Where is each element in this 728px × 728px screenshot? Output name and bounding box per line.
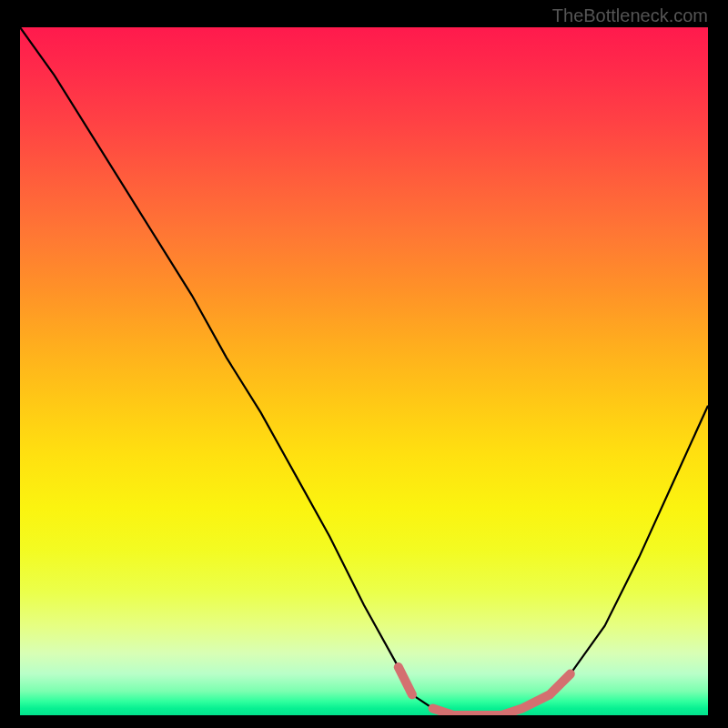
main-curve [20,27,708,715]
watermark-text: TheBottleneck.com [552,5,708,26]
highlight-segment-1 [433,674,571,715]
highlight-segment-0 [399,667,412,694]
chart-curve-svg [20,27,708,715]
chart-area [20,27,708,715]
